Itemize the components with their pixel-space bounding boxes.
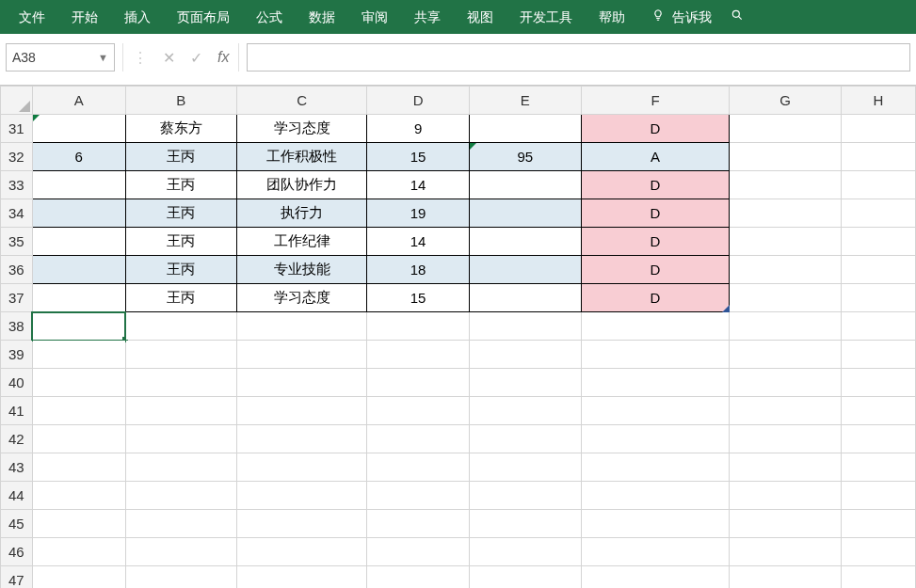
- cell-H31[interactable]: [841, 115, 915, 143]
- row-header-42[interactable]: 42: [1, 425, 33, 453]
- cell-C36[interactable]: 专业技能: [237, 256, 367, 284]
- row-header-31[interactable]: 31: [1, 115, 33, 143]
- cell-E42[interactable]: [469, 425, 581, 453]
- ribbon-tab-dev[interactable]: 开发工具: [506, 0, 586, 34]
- col-header-D[interactable]: D: [367, 87, 470, 115]
- cell-E34[interactable]: [469, 199, 581, 228]
- cell-D47[interactable]: [367, 566, 470, 589]
- row-header-45[interactable]: 45: [1, 510, 33, 538]
- cell-H47[interactable]: [841, 566, 915, 589]
- cell-D42[interactable]: [367, 425, 470, 453]
- cell-H44[interactable]: [841, 482, 915, 510]
- cell-D40[interactable]: [367, 369, 470, 397]
- row-header-34[interactable]: 34: [1, 199, 33, 228]
- cell-H35[interactable]: [841, 228, 915, 256]
- ribbon-tab-insert[interactable]: 插入: [111, 0, 164, 34]
- formula-input[interactable]: [247, 43, 910, 72]
- cell-E38[interactable]: [469, 312, 581, 341]
- cell-A40[interactable]: [32, 369, 125, 397]
- cell-G37[interactable]: [730, 284, 841, 312]
- cell-A31[interactable]: [32, 115, 125, 143]
- cell-G40[interactable]: [730, 369, 841, 397]
- row-header-41[interactable]: 41: [1, 397, 33, 425]
- cell-C41[interactable]: [237, 397, 367, 425]
- cell-C47[interactable]: [237, 566, 367, 589]
- cell-F41[interactable]: [581, 397, 730, 425]
- cell-E37[interactable]: [469, 284, 581, 312]
- cell-C37[interactable]: 学习态度: [237, 284, 367, 312]
- cell-H37[interactable]: [841, 284, 915, 312]
- cell-E32[interactable]: 95: [469, 143, 581, 171]
- cell-C46[interactable]: [237, 538, 367, 566]
- cell-F45[interactable]: [581, 510, 730, 538]
- ribbon-search-icon[interactable]: [725, 0, 749, 34]
- cell-A39[interactable]: [32, 341, 125, 369]
- cell-H42[interactable]: [841, 425, 915, 453]
- cell-C31[interactable]: 学习态度: [237, 115, 367, 143]
- cell-B31[interactable]: 蔡东方: [125, 115, 237, 143]
- cell-D32[interactable]: 15: [367, 143, 470, 171]
- cell-F40[interactable]: [581, 369, 730, 397]
- cell-E31[interactable]: [469, 115, 581, 143]
- cell-B39[interactable]: [125, 341, 237, 369]
- col-header-E[interactable]: E: [469, 87, 581, 115]
- cell-H45[interactable]: [841, 510, 915, 538]
- cell-C40[interactable]: [237, 369, 367, 397]
- fx-icon[interactable]: fx: [217, 49, 229, 66]
- cell-F47[interactable]: [581, 566, 730, 589]
- cell-C42[interactable]: [237, 425, 367, 453]
- cell-G34[interactable]: [730, 199, 841, 228]
- cell-A33[interactable]: [32, 171, 125, 199]
- cell-B38[interactable]: [125, 312, 237, 341]
- row-header-35[interactable]: 35: [1, 228, 33, 256]
- cell-D31[interactable]: 9: [367, 115, 470, 143]
- select-all-corner[interactable]: [1, 87, 33, 115]
- cell-A46[interactable]: [32, 538, 125, 566]
- cell-D45[interactable]: [367, 510, 470, 538]
- cell-G35[interactable]: [730, 228, 841, 256]
- cell-G36[interactable]: [730, 256, 841, 284]
- cell-E47[interactable]: [469, 566, 581, 589]
- spreadsheet-grid[interactable]: ABCDEFGH31蔡东方学习态度9D326王丙工作积极性1595A33王丙团队…: [0, 86, 916, 588]
- cell-H43[interactable]: [841, 453, 915, 482]
- col-header-C[interactable]: C: [237, 87, 367, 115]
- cell-D41[interactable]: [367, 397, 470, 425]
- cell-F39[interactable]: [581, 341, 730, 369]
- cell-D34[interactable]: 19: [367, 199, 470, 228]
- cell-C44[interactable]: [237, 482, 367, 510]
- ribbon-tab-file[interactable]: 文件: [6, 0, 58, 34]
- cell-B33[interactable]: 王丙: [125, 171, 237, 199]
- cell-D36[interactable]: 18: [367, 256, 470, 284]
- cell-D43[interactable]: [367, 453, 470, 482]
- row-header-46[interactable]: 46: [1, 538, 33, 566]
- cell-B37[interactable]: 王丙: [125, 284, 237, 312]
- row-header-32[interactable]: 32: [1, 143, 33, 171]
- cell-C38[interactable]: [237, 312, 367, 341]
- enter-icon[interactable]: ✓: [190, 49, 202, 67]
- cell-F34[interactable]: D: [581, 199, 730, 228]
- cell-C43[interactable]: [237, 453, 367, 482]
- cell-G33[interactable]: [730, 171, 841, 199]
- cell-G41[interactable]: [730, 397, 841, 425]
- cell-E35[interactable]: [469, 228, 581, 256]
- cell-G43[interactable]: [730, 453, 841, 482]
- cell-C35[interactable]: 工作纪律: [237, 228, 367, 256]
- cell-G38[interactable]: [730, 312, 841, 341]
- cell-C34[interactable]: 执行力: [237, 199, 367, 228]
- cell-F33[interactable]: D: [581, 171, 730, 199]
- cell-D44[interactable]: [367, 482, 470, 510]
- ribbon-tab-layout[interactable]: 页面布局: [164, 0, 243, 34]
- cell-F44[interactable]: [581, 482, 730, 510]
- cell-A45[interactable]: [32, 510, 125, 538]
- row-header-47[interactable]: 47: [1, 566, 33, 589]
- cell-H41[interactable]: [841, 397, 915, 425]
- cell-E45[interactable]: [469, 510, 581, 538]
- cell-H34[interactable]: [841, 199, 915, 228]
- row-header-43[interactable]: 43: [1, 453, 33, 482]
- cell-H39[interactable]: [841, 341, 915, 369]
- cell-B34[interactable]: 王丙: [125, 199, 237, 228]
- cell-A43[interactable]: [32, 453, 125, 482]
- cell-H36[interactable]: [841, 256, 915, 284]
- cell-G44[interactable]: [730, 482, 841, 510]
- col-header-F[interactable]: F: [581, 87, 730, 115]
